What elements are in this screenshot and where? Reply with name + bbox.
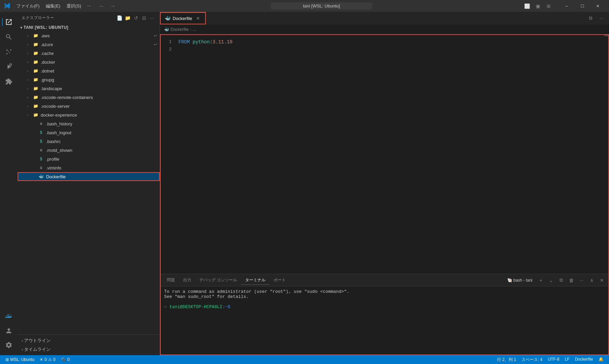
activity-settings-icon[interactable] (2, 338, 16, 352)
status-errors[interactable]: ✕ 0 ⚠ 0 (37, 355, 58, 364)
file-name: .aws (41, 33, 50, 38)
terminal-tab-terminal[interactable]: ターミナル (241, 276, 270, 285)
layout2-icon[interactable]: ▣ (533, 2, 543, 10)
terminal-more-button[interactable]: ··· (577, 276, 586, 285)
new-terminal-button[interactable]: + (536, 276, 545, 285)
file-item-dotnet[interactable]: › 📁 .dotnet (18, 66, 160, 75)
title-bar: ファイル(F) 編集(E) 選択(S) ··· ← → tani [WSL: U… (0, 0, 609, 12)
workspace-header[interactable]: ▾ TANI [WSL: UBUNTU] (18, 24, 160, 31)
terminal-tab-output[interactable]: 出力 (179, 276, 195, 284)
terminal-layout-button[interactable]: ⧉ (557, 276, 566, 285)
editor-scrollbar[interactable] (604, 34, 609, 274)
new-file-button[interactable]: 📄 (116, 15, 123, 21)
file-item-gnupg[interactable]: › 📁 .gnupg (18, 75, 160, 84)
term-path: :~$ (222, 304, 230, 309)
status-wsl[interactable]: ⊞ WSL: Ubuntu (3, 355, 37, 364)
status-line-ending[interactable]: LF (562, 357, 572, 362)
more-actions-button[interactable]: ··· (149, 15, 156, 21)
status-spaces[interactable]: スペース: 4 (519, 357, 545, 363)
file-item-dockerfile[interactable]: 🐳 Dockerfile (18, 172, 160, 181)
file-item-vscode-remote[interactable]: › 📁 .vscode-remote-containers (18, 93, 160, 102)
activity-git-icon[interactable] (2, 45, 16, 59)
activity-account-icon[interactable] (2, 324, 16, 338)
terminal-expand-button[interactable]: ∧ (587, 276, 596, 285)
folder-icon: 📁 (33, 85, 39, 92)
outline-section[interactable]: › アウトライン (18, 336, 160, 345)
tab-close-button[interactable]: ✕ (195, 15, 201, 21)
new-folder-button[interactable]: 📁 (124, 15, 131, 21)
sidebar-actions: 📄 📁 ↺ ⊟ ··· (116, 15, 156, 21)
terminal-trash-button[interactable]: 🗑 (567, 276, 576, 285)
collapse-button[interactable]: ⊟ (141, 15, 148, 21)
file-name: .viminfo (46, 165, 61, 170)
status-line-col[interactable]: 行 2、列 1 (494, 357, 519, 363)
terminal-split-button[interactable]: ⌄ (547, 276, 555, 285)
file-item-cache[interactable]: › 📁 .cache (18, 49, 160, 58)
back-button[interactable]: ← (97, 2, 106, 10)
folder-chevron: › (27, 43, 33, 46)
terminal-panel: 問題 出力 デバッグ コンソール ターミナル ポート 🐚 bash - tani… (160, 274, 609, 355)
close-button[interactable]: ✕ (590, 0, 606, 12)
more-tab-actions[interactable]: ··· (597, 14, 606, 23)
timeline-label: タイムライン (24, 346, 51, 352)
workspace-name: TANI [WSL: UBUNTU] (24, 25, 68, 30)
file-name: .gnupg (41, 77, 54, 82)
sidebar: エクスプローラー 📄 📁 ↺ ⊟ ··· ▾ TANI [WSL: UBUNTU… (18, 12, 160, 355)
file-dollar-icon: $ (38, 138, 44, 144)
tab-bar: 🐳 Dockerfile ✕ ⧉ ··· (160, 12, 609, 25)
status-bar: ⊞ WSL: Ubuntu ✕ 0 ⚠ 0 🔌 0 行 2、列 1 スペース: … (0, 355, 609, 364)
file-item-landscape[interactable]: › 📁 .landscape (18, 84, 160, 93)
activity-extensions-icon[interactable] (2, 75, 16, 88)
menu-file[interactable]: ファイル(F) (14, 2, 42, 10)
menu-select[interactable]: 選択(S) (64, 2, 84, 10)
file-item-aws[interactable]: › 📁 .aws ↩ (18, 31, 160, 40)
file-item-bash-logout[interactable]: $ .bash_logout (18, 128, 160, 137)
terminal-close-button[interactable]: ✕ (597, 276, 606, 285)
editor-tab-dockerfile[interactable]: 🐳 Dockerfile ✕ (160, 12, 206, 24)
menu-edit[interactable]: 編集(E) (43, 2, 63, 10)
terminal-tab-debug[interactable]: デバッグ コンソール (195, 276, 241, 284)
folder-chevron: › (27, 87, 33, 90)
minimize-button[interactable]: ─ (559, 0, 574, 12)
activity-search-icon[interactable] (2, 30, 16, 44)
refresh-button[interactable]: ↺ (133, 15, 139, 21)
folder-icon: 📁 (33, 68, 39, 74)
layout3-icon[interactable]: ⊞ (544, 2, 553, 10)
folder-chevron: › (27, 52, 33, 55)
file-item-vscode-server[interactable]: › 📁 .vscode-server (18, 102, 160, 110)
maximize-button[interactable]: ☐ (574, 0, 590, 12)
line-content-1: FROM python:3.11.10 (177, 38, 604, 46)
activity-explorer-icon[interactable] (2, 15, 16, 29)
editor-code[interactable]: 1 FROM python:3.11.10 2 (160, 34, 604, 274)
terminal-tab-problems[interactable]: 問題 (163, 276, 179, 284)
file-item-profile[interactable]: $ .profile (18, 155, 160, 163)
file-item-bashrc[interactable]: $ .bashrc (18, 137, 160, 146)
activity-docker-icon[interactable] (2, 310, 16, 323)
status-language[interactable]: Dockerfile (572, 357, 596, 362)
activity-bar (0, 12, 18, 355)
file-item-motd[interactable]: ≡ .motd_shown (18, 146, 160, 155)
layout-icon[interactable]: ⬜ (522, 2, 532, 10)
forward-button[interactable]: → (108, 2, 117, 10)
terminal-content[interactable]: To run a command as administrator (user … (160, 286, 609, 355)
file-item-docker[interactable]: › 📁 .docker (18, 58, 160, 66)
tab-name: Dockerfile (173, 16, 192, 21)
timeline-section[interactable]: › タイムライン (18, 345, 160, 354)
file-item-docker-exp[interactable]: › 📁 docker-experience (18, 110, 160, 119)
file-item-azure[interactable]: › 📁 .azure ↩ (18, 40, 160, 49)
folder-chevron: › (27, 96, 33, 99)
file-item-viminfo[interactable]: ≡ .viminfo (18, 163, 160, 172)
file-name: docker-experience (41, 113, 77, 118)
activity-run-icon[interactable] (2, 60, 16, 74)
term-circle-icon: ○ (164, 304, 170, 309)
split-editor-button[interactable]: ⧉ (586, 14, 595, 23)
file-item-bash-history[interactable]: ≡ .bash_history (18, 119, 160, 128)
file-explorer: ▾ TANI [WSL: UBUNTU] › 📁 .aws ↩ › 📁 .azu… (18, 24, 160, 335)
status-ports[interactable]: 🔌 0 (58, 355, 73, 364)
search-bar[interactable]: tani [WSL: Ubuntu] (271, 2, 372, 9)
terminal-tab-ports[interactable]: ポート (270, 276, 290, 284)
outline-label: アウトライン (24, 338, 51, 344)
menu-more[interactable]: ··· (84, 2, 94, 10)
status-bell[interactable]: 🔔 (596, 357, 606, 362)
status-encoding[interactable]: UTF-8 (545, 357, 562, 362)
